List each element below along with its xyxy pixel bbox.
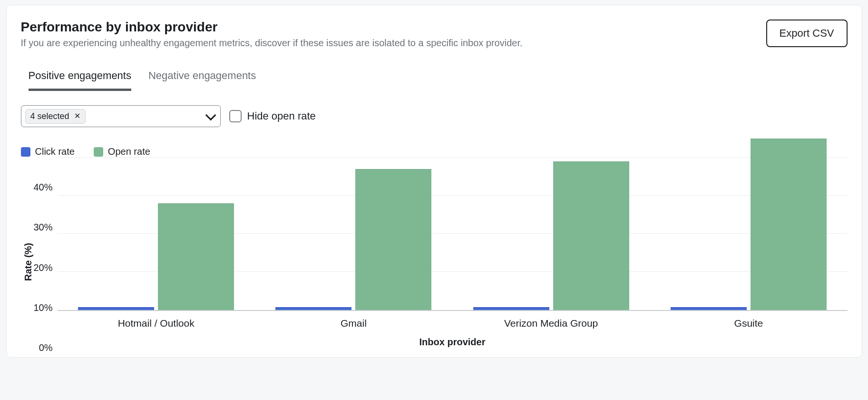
bar-group xyxy=(58,176,255,310)
bar-group xyxy=(452,176,650,310)
y-tick: 30% xyxy=(34,222,53,233)
x-tick: Gsuite xyxy=(650,311,847,329)
click-rate-bar xyxy=(275,307,351,310)
x-axis-ticks: Hotmail / OutlookGmailVerizon Media Grou… xyxy=(58,311,848,329)
click-rate-bar xyxy=(78,307,154,310)
y-tick: 20% xyxy=(34,262,53,273)
clear-selection-icon[interactable]: ✕ xyxy=(74,112,80,120)
provider-multi-select[interactable]: 4 selected ✕ xyxy=(21,105,221,127)
y-tick: 40% xyxy=(34,182,53,193)
hide-open-rate-label: Hide open rate xyxy=(247,110,316,122)
chip-label: 4 selected xyxy=(30,111,69,121)
legend-click-rate: Click rate xyxy=(21,146,75,157)
bar-group xyxy=(255,176,452,310)
chart-legend: Click rate Open rate xyxy=(21,146,848,157)
panel-subtitle: If you are experiencing unhealthy engage… xyxy=(21,38,523,49)
x-tick: Hotmail / Outlook xyxy=(58,311,255,329)
inbox-provider-panel: Performance by inbox provider If you are… xyxy=(6,5,862,358)
open-rate-swatch-icon xyxy=(94,147,103,157)
panel-header: Performance by inbox provider If you are… xyxy=(21,20,848,49)
y-tick: 0% xyxy=(39,342,53,353)
open-rate-bar xyxy=(553,161,629,310)
engagement-tabs: Positive engagements Negative engagement… xyxy=(21,70,848,91)
filter-controls: 4 selected ✕ Hide open rate xyxy=(21,105,848,127)
export-csv-button[interactable]: Export CSV xyxy=(766,20,848,47)
open-rate-bar xyxy=(158,203,234,310)
y-axis-label: Rate (%) xyxy=(21,243,34,281)
legend-open-rate: Open rate xyxy=(94,146,150,157)
plot-area xyxy=(58,176,848,311)
y-axis-ticks: 40%30%20%10%0% xyxy=(34,176,58,348)
click-rate-bar xyxy=(473,307,549,310)
bar-chart: Rate (%) 40%30%20%10%0% Hotmail / Outloo… xyxy=(21,176,848,348)
x-tick: Verizon Media Group xyxy=(452,311,650,329)
selected-count-chip[interactable]: 4 selected ✕ xyxy=(25,109,86,124)
x-axis-label: Inbox provider xyxy=(58,329,848,348)
tab-positive-engagements[interactable]: Positive engagements xyxy=(29,70,131,91)
header-text: Performance by inbox provider If you are… xyxy=(21,20,523,49)
click-rate-swatch-icon xyxy=(21,147,30,157)
open-rate-bar xyxy=(751,139,827,310)
y-tick: 10% xyxy=(34,302,53,313)
tab-negative-engagements[interactable]: Negative engagements xyxy=(148,70,256,91)
chevron-down-icon xyxy=(205,110,216,121)
legend-click-rate-label: Click rate xyxy=(35,146,75,157)
bar-group xyxy=(650,176,847,310)
legend-open-rate-label: Open rate xyxy=(108,146,150,157)
x-tick: Gmail xyxy=(255,311,452,329)
panel-title: Performance by inbox provider xyxy=(21,20,523,35)
open-rate-bar xyxy=(355,169,431,310)
click-rate-bar xyxy=(671,307,747,310)
gridline xyxy=(58,157,848,158)
hide-open-rate-toggle[interactable]: Hide open rate xyxy=(229,110,316,122)
checkbox-icon xyxy=(229,110,242,122)
bars-row xyxy=(58,176,848,310)
